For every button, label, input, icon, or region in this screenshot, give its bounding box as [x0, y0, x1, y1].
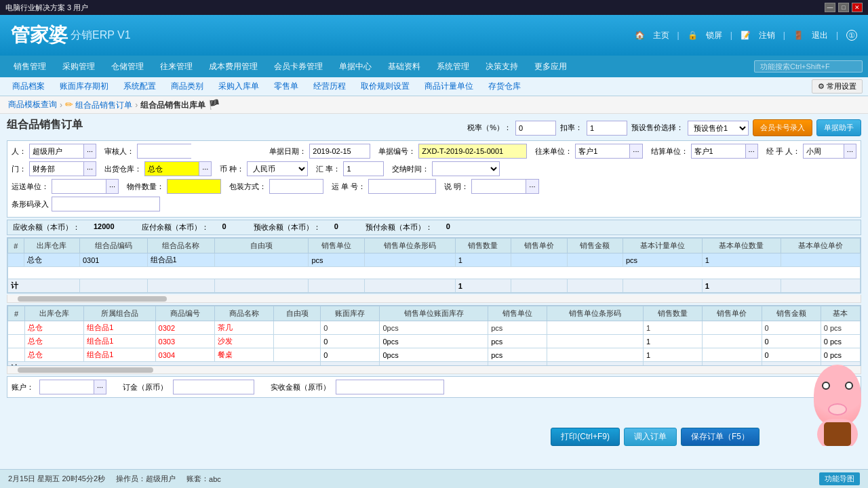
logout-link[interactable]: 注销 [759, 30, 775, 41]
subnav-product-file[interactable]: 商品档案 [5, 79, 52, 94]
upper-table-row[interactable]: 总仓 0301 组合品1 pcs 1 pcs 1 [8, 253, 861, 267]
dept-input[interactable] [29, 161, 83, 176]
exit-link[interactable]: 退出 [812, 30, 828, 41]
status-right: 功能导图 [819, 472, 860, 485]
home-icon[interactable]: 🏠 [635, 30, 645, 40]
nav-member[interactable]: 会员卡券管理 [266, 58, 331, 75]
subnav-retail[interactable]: 零售单 [267, 79, 305, 94]
close-button[interactable]: ✕ [852, 3, 863, 12]
bc-template-query[interactable]: 商品模板查询 [8, 99, 57, 110]
home-link[interactable]: 主页 [653, 30, 669, 41]
shipunit-browse-button[interactable]: ··· [106, 179, 119, 194]
lock-icon[interactable]: 🔒 [688, 30, 698, 40]
lower-row-3[interactable]: 总仓 组合品1 0304 餐桌 0 0pcs pcs 1 0 0 pcs [8, 348, 861, 362]
lower-row-2[interactable]: 总仓 组合品1 0303 沙发 0 0pcs pcs 1 0 0 pcs [8, 335, 861, 348]
subnav-config[interactable]: 系统配置 [117, 79, 163, 94]
itemcount-input[interactable] [167, 179, 221, 194]
tounit-browse-button[interactable]: ··· [629, 144, 642, 159]
packing-input[interactable] [269, 179, 323, 194]
currency-select[interactable]: 人民币 [247, 161, 308, 176]
function-map-button[interactable]: 功能导图 [819, 472, 860, 485]
cell-idx [8, 253, 24, 267]
col-combo-code: 组合品编码 [79, 239, 147, 253]
warehouse-input[interactable] [144, 161, 199, 176]
order-amount-input[interactable] [173, 380, 254, 394]
subnav-inventory[interactable]: 账面库存期初 [53, 79, 115, 94]
remark-label: 说 明： [444, 182, 469, 192]
orderno-label: 单据编号： [378, 146, 416, 157]
subnav-stock[interactable]: 存货仓库 [481, 79, 528, 94]
import-order-button[interactable]: 调入订单 [624, 428, 677, 446]
cell-barcode [364, 253, 455, 267]
nav-voucher[interactable]: 单据中心 [331, 58, 380, 75]
lock-link[interactable]: 锁屏 [706, 30, 722, 41]
print-button[interactable]: 打印(Ctrl+F9) [551, 428, 620, 446]
maximize-button[interactable]: □ [838, 3, 849, 12]
person-input[interactable] [29, 144, 83, 159]
price-select[interactable]: 预设售价1 [688, 121, 749, 136]
warehouse-browse-button[interactable]: ··· [199, 161, 212, 176]
nav-warehouse[interactable]: 仓储管理 [103, 58, 152, 75]
settlement-input[interactable] [691, 144, 745, 159]
common-settings-button[interactable]: ⚙ 常用设置 [812, 79, 863, 94]
transtime-select[interactable] [432, 161, 500, 176]
logout-icon[interactable]: 📝 [741, 30, 751, 40]
barcode-input[interactable] [52, 197, 160, 211]
cell-free[interactable] [215, 253, 309, 267]
remark-input[interactable] [471, 179, 526, 194]
member-card-button[interactable]: 会员卡号录入 [753, 119, 812, 136]
shipunit-label: 运送单位： [12, 182, 49, 192]
cell-combo-code: 0301 [79, 253, 147, 267]
person-browse-button[interactable]: ··· [83, 144, 96, 159]
subnav-history[interactable]: 经营历程 [307, 79, 353, 94]
function-search-input[interactable] [754, 60, 863, 73]
subnav-price-rule[interactable]: 取价规则设置 [354, 79, 416, 94]
subnav-category[interactable]: 商品类别 [164, 79, 210, 94]
order-assistant-button[interactable]: 单据助手 [816, 119, 861, 136]
save-order-button[interactable]: 保存订单（F5） [681, 428, 760, 446]
nav-purchase[interactable]: 采购管理 [54, 58, 103, 75]
tax-rate-input[interactable] [515, 121, 556, 136]
handler-browse-button[interactable]: ··· [844, 144, 856, 159]
discount-input[interactable] [587, 121, 627, 136]
settlement-browse-button[interactable]: ··· [745, 144, 758, 159]
nav-system[interactable]: 系统管理 [429, 58, 477, 75]
shipunit-input[interactable] [52, 179, 106, 194]
order-no-input[interactable] [418, 144, 527, 159]
breadcrumb: 商品模板查询 › ✏ 组合品销售订单 › 组合品销售出库单 🏴 [0, 96, 868, 114]
lower-row-1[interactable]: 总仓 组合品1 0302 茶几 0 0pcs pcs 1 0 0 pcs [8, 321, 861, 335]
account-browse-button[interactable]: ··· [94, 380, 106, 394]
lower-scroll-thumb[interactable] [18, 367, 153, 373]
tounit-input[interactable] [575, 144, 629, 159]
app-header: 管家婆 分销ERP V1 🏠 主页 | 🔒 锁屏 | 📝 注销 | 🚪 退出 |… [0, 15, 868, 56]
barcode-label: 条形码录入 [12, 199, 49, 209]
exchange-input[interactable] [343, 161, 384, 176]
upper-scroll-thumb[interactable] [18, 296, 167, 302]
subnav-unit[interactable]: 商品计量单位 [418, 79, 480, 94]
nav-decision[interactable]: 决策支持 [477, 58, 526, 75]
handler-input[interactable] [803, 144, 844, 159]
action-buttons: 打印(Ctrl+F9) 调入订单 保存订单（F5） [551, 428, 760, 446]
exit-icon[interactable]: 🚪 [793, 30, 804, 40]
bc-flag-icon: 🏴 [208, 99, 220, 110]
account-input[interactable] [39, 380, 94, 394]
minimize-button[interactable]: — [825, 3, 835, 12]
actual-amount-label: 实收金额（原币） [271, 382, 330, 392]
subnav-purchase-in[interactable]: 采购入库单 [212, 79, 266, 94]
nav-basic[interactable]: 基础资料 [380, 58, 429, 75]
review-input[interactable] [137, 144, 191, 159]
nav-sales[interactable]: 销售管理 [5, 58, 54, 75]
shipno-input[interactable] [368, 179, 436, 194]
col-base-price: 基本单位单价 [781, 239, 861, 253]
bc-combo-sales-order[interactable]: ✏ 组合品销售订单 [65, 99, 132, 111]
actual-amount-input[interactable] [336, 380, 444, 394]
window-controls[interactable]: — □ ✕ [825, 3, 863, 12]
nav-transactions[interactable]: 往来管理 [152, 58, 201, 75]
dept-browse-button[interactable]: ··· [83, 161, 96, 176]
info-icon[interactable]: ① [846, 30, 857, 41]
nav-more[interactable]: 更多应用 [526, 58, 575, 75]
nav-cost[interactable]: 成本费用管理 [201, 58, 266, 75]
date-input[interactable] [309, 144, 370, 159]
remark-browse-button[interactable]: ··· [526, 179, 538, 194]
app-logo: 管家婆 分销ERP V1 [11, 22, 131, 48]
